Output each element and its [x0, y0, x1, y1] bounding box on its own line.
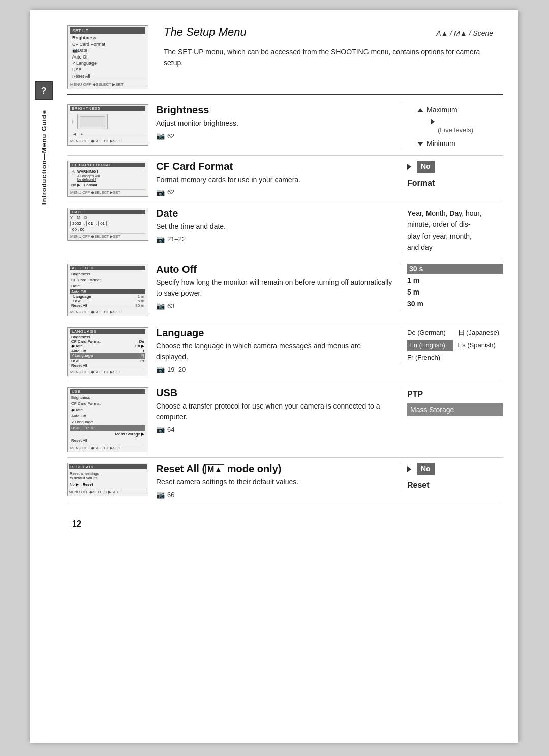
date-month: 01 [86, 221, 95, 226]
cf-title: CF Card Format [156, 161, 394, 172]
lang-de: De (German) [407, 327, 453, 338]
usb-item-auto: Auto Off [70, 413, 145, 419]
reset-options: No ▶ Reset [69, 481, 147, 488]
auto-off-opt-1m: 1 m [407, 275, 503, 286]
cf-desc: Format memory cards for use in your came… [156, 175, 394, 185]
menu-item-brightness: Brightness [70, 35, 145, 41]
auto-off-page: 📷 63 [156, 302, 394, 310]
reset-screen-text: Reset all settingsto default values [69, 470, 147, 481]
cf-options: No Format [402, 161, 503, 190]
cf-screen: CF CARD FORMAT ⚠ WARNING ! All images wi… [67, 161, 148, 197]
usb-item-mass: Mass Storage ▶ [70, 431, 145, 438]
reset-page-icon: 📷 [156, 490, 165, 499]
lang-jp: 日 (Japanese) [458, 327, 504, 338]
usb-screen: USB Brightness CF Card Format ◆Date Auto… [67, 387, 148, 452]
auto-off-item7: Reset All30 m [70, 303, 145, 308]
date-options: Year, Month, Day, hour,minute, order of … [402, 208, 503, 253]
brightness-controls: MENU OFF ◆SELECT ▶SET [70, 138, 145, 143]
lang-item-lang: ✓Language日 [70, 353, 145, 359]
auto-off-item6: USB5 m [70, 299, 145, 303]
auto-off-screen-title: AUTO OFF [70, 266, 145, 270]
arrow-up-icon [417, 108, 423, 112]
usb-row: USB Brightness CF Card Format ◆Date Auto… [67, 387, 503, 458]
setup-menu-screen: SET-UP Brightness CF Card Format 📷Date A… [67, 25, 148, 89]
usb-item-lang: ✓Language [70, 419, 145, 425]
brightness-desc: Adjust monitor brightness. [156, 118, 394, 129]
page-icon: 📷 [156, 132, 165, 140]
brightness-bar [77, 114, 108, 129]
auto-off-opt-5m: 5 m [407, 287, 503, 298]
lang-item-autooff: Auto OffFr [70, 348, 145, 353]
language-main: Language Choose the language in which ca… [154, 327, 402, 373]
usb-item-date: ◆Date [70, 407, 145, 413]
language-grid: De (German) 日 (Japanese) En (English) Es… [407, 327, 503, 363]
auto-off-item5: Language1 m [70, 294, 145, 299]
usb-item-cf: CF Card Format [70, 401, 145, 407]
auto-off-desc: Specify how long the monitor will remain… [156, 277, 394, 299]
usb-screen-container: USB Brightness CF Card Format ◆Date Auto… [67, 387, 154, 452]
language-title: Language [156, 327, 394, 339]
usb-item-usb: USB PTP [70, 425, 145, 431]
auto-off-item2: CF Card Format [70, 277, 145, 283]
auto-off-title: Auto Off [156, 264, 394, 275]
usb-screen-title: USB [70, 389, 145, 394]
menu-item-autooff: Auto Off [70, 54, 145, 61]
language-controls: MENU OFF ◆SELECT ▶SET [70, 369, 145, 374]
usb-options: PTP Mass Storage [402, 387, 503, 417]
cf-main: CF Card Format Format memory cards for u… [154, 161, 402, 196]
date-options-text: Year, Month, Day, hour,minute, order of … [407, 208, 503, 253]
cf-no-badge: No [417, 161, 435, 173]
language-page-icon: 📷 [156, 365, 165, 373]
reset-main: Reset All (M▲ mode only) Reset camera se… [154, 463, 402, 499]
side-tab: ? Introduction—Menu Guide [30, 10, 57, 743]
lang-en: En (English) [407, 340, 453, 351]
date-year: 2002 [70, 221, 83, 226]
brightness-screen-container: BRIGHTNESS + ◄ ► MENU OFF ◆SELECT ▶SET [67, 104, 154, 146]
date-row: DATE YMD 2002 . 01 . 01 00 : 00 MENU OFF… [67, 208, 503, 259]
auto-off-item3: Date [70, 283, 145, 289]
page-number: 12 [67, 519, 503, 529]
reset-label: Reset [407, 478, 503, 492]
lang-fr: Fr (French) [407, 352, 453, 363]
menu-item-usb: USB [70, 67, 145, 73]
language-screen-title: LANGUAGE [70, 329, 145, 334]
header-center: The Setup Menu A▲ / M▲ / Scene The SET-U… [154, 25, 503, 68]
cf-card-row: CF CARD FORMAT ⚠ WARNING ! All images wi… [67, 161, 503, 202]
header-image: SET-UP Brightness CF Card Format 📷Date A… [67, 25, 154, 89]
lang-item-date: ◆DateEn ▶ [70, 344, 145, 348]
reset-arrow-icon [407, 466, 411, 472]
arrow-right-icon [431, 119, 435, 125]
usb-main: USB Choose a transfer protocol for use w… [154, 387, 402, 433]
brightness-page: 📷 62 [156, 132, 394, 140]
cf-page-icon: 📷 [156, 188, 165, 196]
page: ? Introduction—Menu Guide SET-UP Brightn… [30, 10, 518, 743]
brightness-row: BRIGHTNESS + ◄ ► MENU OFF ◆SELECT ▶SET [67, 104, 503, 156]
side-tab-label: Introduction—Menu Guide [40, 110, 48, 205]
language-options: De (German) 日 (Japanese) En (English) Es… [402, 327, 503, 363]
date-screen: DATE YMD 2002 . 01 . 01 00 : 00 MENU OFF… [67, 208, 148, 241]
auto-off-screen: AUTO OFF Brightness CF Card Format Date … [67, 264, 148, 316]
language-row: LANGUAGE Brightness CF Card FormatDe ◆Da… [67, 327, 503, 382]
date-controls: MENU OFF ◆SELECT ▶SET [70, 233, 145, 239]
usb-page: 📷 64 [156, 425, 394, 433]
lang-es: Es (Spanish) [458, 340, 504, 351]
auto-off-row: AUTO OFF Brightness CF Card Format Date … [67, 264, 503, 322]
brightness-max: Maximum [426, 104, 458, 117]
language-screen: LANGUAGE Brightness CF Card FormatDe ◆Da… [67, 327, 148, 376]
auto-off-opt-30s: 30 s [407, 264, 503, 274]
auto-off-page-icon: 📷 [156, 302, 165, 310]
date-screen-container: DATE YMD 2002 . 01 . 01 00 : 00 MENU OFF… [67, 208, 154, 241]
date-time: 00 : 00 [72, 227, 143, 232]
lang-item-brightness: Brightness [70, 335, 145, 339]
usb-ptp: PTP [407, 390, 423, 398]
usb-page-icon: 📷 [156, 425, 165, 433]
menu-item-cf: CF Card Format [70, 41, 145, 48]
menu-item-lang: ✓Language [70, 60, 145, 67]
date-desc: Set the time and date. [156, 221, 394, 232]
auto-off-opt-30m: 30 m [407, 299, 503, 309]
brightness-title: Brightness [156, 104, 394, 116]
auto-off-screen-container: AUTO OFF Brightness CF Card Format Date … [67, 264, 154, 316]
header-description: The SET-UP menu, which can be accessed f… [164, 47, 493, 68]
reset-controls: MENU OFF ◆SELECT ▶SET [69, 489, 147, 495]
menu-item-reset: Reset All [70, 73, 145, 80]
